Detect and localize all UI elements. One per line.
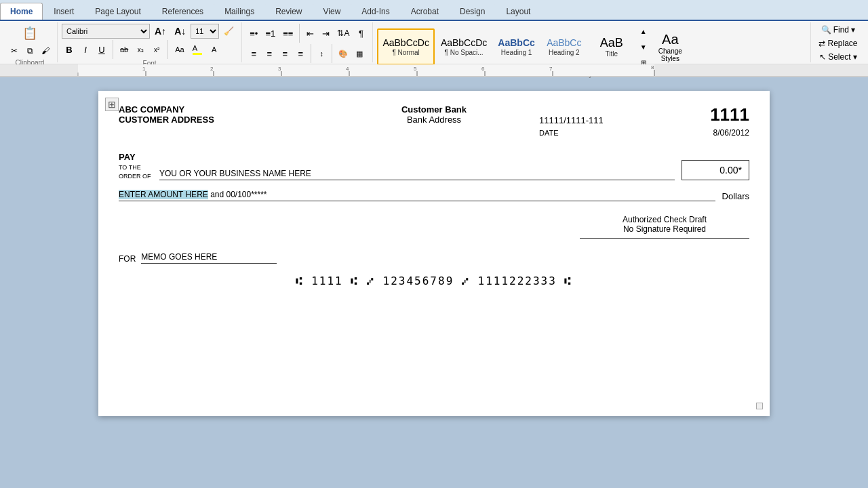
bullets-button[interactable]: ≡• <box>246 26 261 41</box>
tab-page-layout[interactable]: Page Layout <box>85 3 151 20</box>
ruler: 1 2 3 4 5 6 7 8 <box>0 64 868 77</box>
company-name: ABC COMPANY <box>119 104 329 115</box>
clear-format-button[interactable]: 🧹 <box>220 24 237 39</box>
svg-text:5: 5 <box>414 66 417 72</box>
company-address: CUSTOMER ADDRESS <box>119 115 329 125</box>
style-normal[interactable]: AaBbCcDc ¶ Normal <box>377 28 434 65</box>
find-label: Find ▾ <box>833 25 856 35</box>
font-color-button[interactable]: A <box>207 42 222 57</box>
change-styles-label: ChangeStyles <box>658 47 682 62</box>
svg-text:4: 4 <box>346 66 349 72</box>
replace-button[interactable]: ⇄ Replace <box>815 37 861 49</box>
tab-mailings[interactable]: Mailings <box>214 3 264 20</box>
style-title[interactable]: AaB Title <box>589 28 635 65</box>
cut-button[interactable]: ✂ <box>7 43 22 58</box>
scroll-handle[interactable] <box>756 403 763 409</box>
style-heading1[interactable]: AaBbCc Heading 1 <box>493 28 539 65</box>
pay-section: PAY TO THE ORDER OF YOU OR YOUR BUSINESS… <box>119 151 749 180</box>
paste-button[interactable]: 📋 <box>7 24 53 43</box>
move-handle[interactable]: ⊞ <box>105 98 119 111</box>
for-label: FOR <box>119 254 136 264</box>
bold-button[interactable]: B <box>62 42 77 57</box>
tab-view[interactable]: View <box>313 3 351 20</box>
company-info: ABC COMPANY CUSTOMER ADDRESS <box>119 104 329 125</box>
grow-font-button[interactable]: A↑ <box>151 24 170 39</box>
amount-words-rest: and 00/100***** <box>208 190 267 199</box>
routing-number: 11111/1111-111 <box>539 115 604 125</box>
justify-button[interactable]: ≡ <box>293 46 308 61</box>
amount-words-row: ENTER AMOUNT HERE and 00/100***** Dollar… <box>119 190 749 201</box>
tab-design[interactable]: Design <box>450 3 495 20</box>
multilevel-list-button[interactable]: ≡≡ <box>279 26 296 41</box>
tab-home[interactable]: Home <box>0 3 43 20</box>
show-hide-button[interactable]: ¶ <box>353 26 368 41</box>
svg-rect-1 <box>78 64 654 77</box>
memo-line: MEMO GOES HERE <box>141 252 277 264</box>
tab-references[interactable]: References <box>152 3 214 20</box>
style-heading1-preview: AaBbCc <box>498 38 534 47</box>
format-painter-button[interactable]: 🖌 <box>38 43 53 58</box>
styles-scroll-up[interactable]: ▲ <box>636 24 651 39</box>
tab-layout[interactable]: Layout <box>496 3 540 20</box>
bank-address: Bank Address <box>329 115 539 125</box>
tab-bar: Home Insert Page Layout References Maili… <box>0 0 868 21</box>
align-center-button[interactable]: ≡ <box>262 46 277 61</box>
check-bottom: FOR MEMO GOES HERE <box>119 252 749 264</box>
italic-button[interactable]: I <box>78 42 93 57</box>
change-styles-button[interactable]: Aa ChangeStyles <box>652 28 688 65</box>
find-icon: 🔍 <box>821 25 831 35</box>
amount-words: ENTER AMOUNT HERE and 00/100***** <box>119 190 715 201</box>
styles-group: AaBbCcDc ¶ Normal AaBbCcDc ¶ No Spaci...… <box>373 22 811 62</box>
date-label: DATE <box>539 129 559 137</box>
change-case-button[interactable]: Aa <box>172 42 187 57</box>
select-button[interactable]: ↖ Select ▾ <box>816 51 861 63</box>
strikethrough-button[interactable]: ab <box>117 42 132 57</box>
numbering-button[interactable]: ≡1 <box>262 26 279 41</box>
replace-label: Replace <box>827 39 857 48</box>
style-heading2-label: Heading 2 <box>549 49 580 56</box>
shading-button[interactable]: 🎨 <box>335 46 351 61</box>
borders-button[interactable]: ▦ <box>352 46 367 61</box>
clipboard-group: 📋 ✂ ⧉ 🖌 Clipboard <box>3 22 58 62</box>
increase-indent-button[interactable]: ⇥ <box>318 26 333 41</box>
style-heading2[interactable]: AaBbCc Heading 2 <box>541 28 587 65</box>
tab-add-ins[interactable]: Add-Ins <box>351 3 399 20</box>
payee-name: YOU OR YOUR BUSINESS NAME HERE <box>159 169 675 180</box>
check-number-section: 11111/1111-111 1111 DATE 8/06/2012 <box>539 104 749 138</box>
highlight-color-button[interactable]: A <box>189 42 205 57</box>
bank-name: Customer Bank <box>329 104 539 115</box>
change-styles-icon: Aa <box>662 32 678 47</box>
svg-text:2: 2 <box>210 66 214 72</box>
align-right-button[interactable]: ≡ <box>277 46 292 61</box>
find-button[interactable]: 🔍 Find ▾ <box>818 24 859 36</box>
style-heading2-preview: AaBbCc <box>547 38 581 47</box>
check-document: ⊞ ABC COMPANY CUSTOMER ADDRESS Customer … <box>98 91 770 416</box>
styles-scroll-down[interactable]: ▼ <box>636 39 651 54</box>
tab-insert[interactable]: Insert <box>43 3 84 20</box>
paragraph-group: ≡• ≡1 ≡≡ ⇤ ⇥ ⇅A ¶ ≡ ≡ ≡ ≡ ↕ � <box>242 22 373 62</box>
tab-acrobat[interactable]: Acrobat <box>401 3 449 20</box>
decrease-indent-button[interactable]: ⇤ <box>302 26 317 41</box>
ribbon: Home Insert Page Layout References Maili… <box>0 0 868 77</box>
amount-box[interactable]: 0.00* <box>682 160 749 180</box>
date-value: 8/06/2012 <box>713 128 749 138</box>
font-family-select[interactable]: Calibri <box>62 24 150 39</box>
pay-sub2-label: ORDER OF <box>119 172 153 181</box>
subscript-button[interactable]: x₂ <box>133 42 148 57</box>
underline-button[interactable]: U <box>94 42 109 57</box>
sort-button[interactable]: ⇅A <box>334 26 353 41</box>
superscript-button[interactable]: x² <box>149 42 164 57</box>
font-size-select[interactable]: 11 <box>191 24 219 39</box>
tab-review[interactable]: Review <box>265 3 312 20</box>
style-no-spacing-preview: AaBbCcDc <box>441 38 487 47</box>
line-spacing-button[interactable]: ↕ <box>314 46 329 61</box>
svg-text:8: 8 <box>651 64 654 70</box>
svg-text:1: 1 <box>142 66 146 72</box>
select-icon: ↖ <box>819 52 826 62</box>
style-title-preview: AaB <box>600 37 623 49</box>
align-left-button[interactable]: ≡ <box>246 46 261 61</box>
style-no-spacing[interactable]: AaBbCcDc ¶ No Spaci... <box>436 28 492 65</box>
copy-button[interactable]: ⧉ <box>22 43 37 58</box>
shrink-font-button[interactable]: A↓ <box>171 24 189 39</box>
style-normal-label: ¶ Normal <box>392 49 419 56</box>
